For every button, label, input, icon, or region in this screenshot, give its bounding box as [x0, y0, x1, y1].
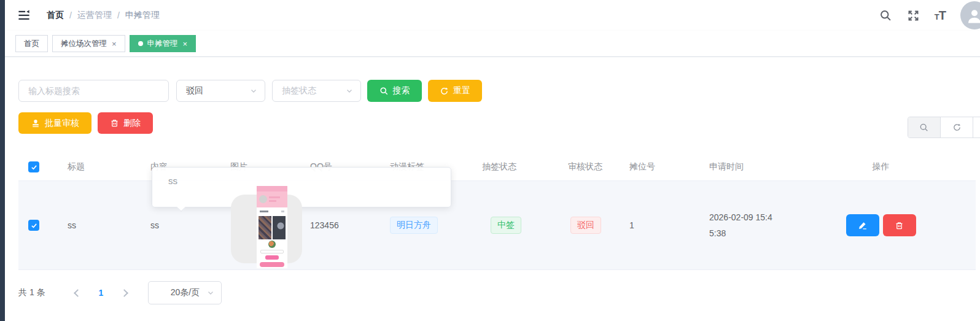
header-booth-no: 摊位号 [623, 161, 703, 172]
audit-status-badge: 驳回 [570, 217, 601, 234]
anime-tag-badge: 明日方舟 [390, 217, 438, 234]
lottery-status-select[interactable]: 抽签状态 [272, 80, 361, 102]
tab-label: 首页 [24, 39, 39, 49]
tab-booth-application-management[interactable]: 申摊管理 × [130, 35, 196, 52]
page-number-1[interactable]: 1 [99, 288, 104, 298]
header-search-icon[interactable] [879, 9, 892, 22]
cell-title: ss [58, 220, 144, 230]
tab-close-icon[interactable]: × [183, 40, 188, 48]
search-icon [379, 87, 389, 96]
breadcrumb: 首页 / 运营管理 / 申摊管理 [47, 10, 160, 21]
row-checkbox[interactable] [28, 220, 39, 231]
popover-text: ss [168, 176, 177, 186]
row-image-preview[interactable] [257, 186, 287, 268]
header-audit-status: 审核状态 [562, 161, 623, 172]
search-button[interactable]: 搜索 [367, 80, 422, 102]
check-icon [30, 163, 38, 171]
select-value: 驳回 [186, 85, 250, 96]
active-tab-dot [138, 41, 143, 46]
chevron-down-icon [207, 289, 214, 296]
main-content: 驳回 抽签状态 搜索 重置 批量审核 [5, 57, 980, 321]
tab-label: 申摊管理 [147, 39, 178, 49]
chevron-down-icon [250, 87, 257, 95]
cell-qq: 123456 [304, 220, 384, 230]
select-all-checkbox[interactable] [28, 161, 39, 172]
navbar-right-tools: TT [879, 1, 980, 29]
table-search-toggle-button[interactable] [908, 117, 941, 137]
refresh-icon [952, 123, 962, 132]
edit-pencil-icon [858, 220, 868, 230]
reset-button[interactable]: 重置 [428, 80, 482, 102]
top-navbar: 首页 / 运营管理 / 申摊管理 TT [5, 0, 980, 31]
select-placeholder: 抽签状态 [282, 85, 346, 96]
pagination: 共 1 条 1 20条/页 [18, 280, 222, 305]
header-title: 标题 [58, 161, 144, 172]
row-edit-button[interactable] [846, 214, 879, 236]
trash-icon [895, 221, 904, 230]
tab-close-icon[interactable]: × [112, 40, 117, 48]
header-lottery-status: 抽签状态 [476, 161, 562, 172]
user-avatar[interactable] [960, 1, 980, 29]
next-page-icon[interactable] [121, 289, 129, 297]
tags-view-bar: 首页 摊位场次管理 × 申摊管理 × [5, 31, 980, 57]
app-window: 首页 / 运营管理 / 申摊管理 TT [0, 0, 980, 321]
breadcrumb-home[interactable]: 首页 [47, 10, 64, 21]
cell-content: ss [144, 220, 224, 230]
tab-booth-session-management[interactable]: 摊位场次管理 × [52, 35, 125, 52]
page-size-select[interactable]: 20条/页 [148, 281, 222, 304]
lottery-status-badge: 中签 [491, 217, 521, 234]
batch-audit-button[interactable]: 批量审核 [18, 112, 91, 134]
cell-booth-no: 1 [623, 220, 703, 230]
header-apply-time: 申请时间 [703, 161, 786, 172]
title-search-input[interactable] [18, 80, 169, 102]
trash-icon [110, 118, 119, 128]
breadcrumb-separator: / [69, 10, 72, 20]
search-icon [919, 123, 929, 133]
table-toolbar [908, 117, 980, 138]
row-delete-button[interactable] [883, 214, 916, 236]
check-icon [30, 222, 38, 230]
collapsed-sidebar [0, 0, 5, 321]
content-tooltip-popover: ss [152, 167, 451, 207]
table-settings-button[interactable] [973, 117, 980, 137]
breadcrumb-current: 申摊管理 [125, 10, 160, 21]
page-size-value: 20条/页 [171, 287, 200, 298]
text-size-icon[interactable]: TT [935, 9, 946, 23]
chevron-down-icon [346, 87, 353, 95]
tab-home[interactable]: 首页 [15, 35, 48, 52]
audit-status-select[interactable]: 驳回 [176, 80, 265, 102]
cell-apply-time: 2026-02-09 15:45:38 [709, 209, 778, 241]
header-operations: 操作 [786, 161, 976, 172]
stamp-icon [31, 118, 41, 128]
breadcrumb-separator: / [117, 10, 120, 20]
tab-label: 摊位场次管理 [61, 39, 107, 49]
fullscreen-icon[interactable] [907, 9, 920, 22]
delete-button[interactable]: 删除 [98, 112, 153, 134]
breadcrumb-operations[interactable]: 运营管理 [77, 10, 112, 21]
hamburger-icon[interactable] [17, 9, 31, 22]
refresh-icon [440, 87, 449, 96]
prev-page-icon[interactable] [74, 289, 82, 297]
table-refresh-button[interactable] [941, 117, 973, 137]
pagination-total: 共 1 条 [18, 287, 45, 298]
